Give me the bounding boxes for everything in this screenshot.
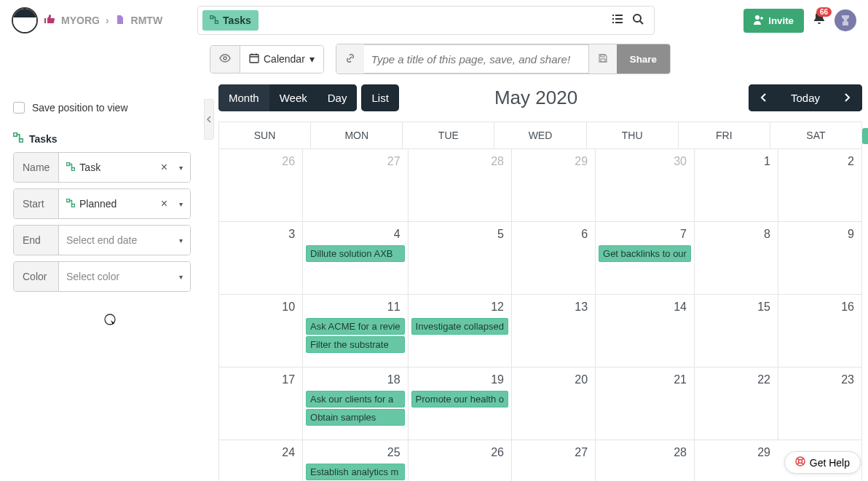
- breadcrumb-project[interactable]: RMTW: [131, 15, 163, 26]
- field-end[interactable]: End Select end date ▾: [13, 225, 191, 255]
- link-icon: [345, 53, 355, 65]
- calendar-cell[interactable]: 13: [511, 295, 595, 367]
- calendar-cell[interactable]: 4Dillute solution AXB: [302, 222, 408, 295]
- tab-day[interactable]: Day: [317, 84, 358, 111]
- calendar-cell[interactable]: 25Establish analytics m: [302, 440, 408, 481]
- calendar-cell[interactable]: 5: [408, 222, 511, 295]
- svg-line-28: [797, 463, 799, 465]
- calendar-cell[interactable]: 15: [694, 295, 778, 367]
- calendar-cell[interactable]: 19Promote our health o: [408, 367, 511, 440]
- calendar-cell[interactable]: 22: [694, 367, 778, 440]
- calendar-date: 16: [781, 298, 859, 317]
- checkbox-icon: [13, 102, 25, 114]
- list-view-icon[interactable]: [612, 13, 623, 28]
- calendar-cell[interactable]: 23: [778, 367, 861, 440]
- calendar-event[interactable]: Filter the substrate: [306, 336, 405, 353]
- caret-down-icon[interactable]: ▾: [176, 236, 183, 245]
- calendar-date: 15: [698, 298, 775, 317]
- calendar-cell[interactable]: 30: [595, 149, 694, 222]
- notifications[interactable]: 66: [811, 10, 827, 31]
- calendar-cell[interactable]: 7Get backlinks to our: [595, 222, 694, 295]
- calendar-event[interactable]: Obtain samples: [306, 409, 405, 426]
- calendar-cell[interactable]: 29: [511, 149, 595, 222]
- clear-icon[interactable]: ×: [157, 197, 172, 210]
- save-position-checkbox[interactable]: Save position to view: [13, 102, 191, 114]
- calendar-cell[interactable]: 14: [595, 295, 694, 367]
- svg-rect-12: [250, 55, 259, 63]
- thumbs-up-icon: [44, 13, 55, 28]
- save-button[interactable]: [589, 44, 617, 73]
- calendar-date: 19: [411, 370, 508, 389]
- sidebar-section-title: Tasks: [13, 132, 191, 145]
- share-button[interactable]: Share: [617, 44, 670, 73]
- sidebar-collapse[interactable]: [204, 99, 214, 140]
- field-start[interactable]: Start Planned × ▾: [13, 188, 191, 219]
- link-button[interactable]: [336, 44, 364, 73]
- calendar-cell[interactable]: 1: [694, 149, 778, 222]
- calendar-cell[interactable]: 18Ask our clients for aObtain samples: [302, 367, 408, 440]
- pipeline-icon: [66, 162, 75, 173]
- calendar-cell[interactable]: 2: [778, 149, 861, 222]
- app-avatar[interactable]: [12, 7, 38, 33]
- calendar-event[interactable]: Ask our clients for a: [306, 391, 405, 408]
- field-name[interactable]: Name Task × ▾: [13, 152, 191, 183]
- field-color[interactable]: Color Select color ▾: [13, 261, 191, 292]
- calendar-date: 12: [411, 298, 508, 317]
- calendar-date: 28: [411, 152, 508, 171]
- pipeline-icon: [66, 199, 75, 210]
- calendar-cell[interactable]: 10: [218, 295, 302, 367]
- calendar-cell[interactable]: 27: [511, 440, 595, 481]
- cursor-icon: [103, 313, 118, 327]
- calendar-cell[interactable]: 16: [778, 295, 861, 367]
- breadcrumb-org[interactable]: MYORG: [61, 15, 100, 26]
- visibility-button[interactable]: [210, 46, 240, 73]
- calendar-cell[interactable]: 9: [778, 222, 861, 295]
- pipeline-icon: [210, 15, 218, 26]
- page-title-input[interactable]: [364, 44, 589, 73]
- calendar-event[interactable]: Ask ACME for a revie: [306, 318, 405, 335]
- search-icon[interactable]: [632, 13, 644, 28]
- user-avatar[interactable]: [835, 9, 856, 31]
- caret-down-icon[interactable]: ▾: [176, 200, 183, 208]
- calendar-event[interactable]: Dillute solution AXB: [306, 245, 405, 262]
- file-icon: [115, 15, 125, 27]
- calendar-cell[interactable]: 21: [595, 367, 694, 440]
- calendar-date: 11: [306, 298, 405, 317]
- calendar-cell[interactable]: 17: [218, 367, 302, 440]
- calendar-event[interactable]: Establish analytics m: [306, 464, 405, 480]
- view-tabs: Month Week Day: [218, 84, 357, 111]
- today-button[interactable]: Today: [779, 84, 832, 111]
- side-tab[interactable]: [862, 128, 868, 144]
- tab-week[interactable]: Week: [269, 84, 317, 111]
- tab-month[interactable]: Month: [218, 84, 269, 111]
- get-help-button[interactable]: Get Help: [784, 451, 861, 474]
- calendar-cell[interactable]: 8: [694, 222, 778, 295]
- calendar-cell[interactable]: 26: [218, 149, 302, 222]
- calendar-cell[interactable]: 12Investigate collapsed: [408, 295, 511, 367]
- calendar-event[interactable]: Promote our health o: [411, 391, 508, 408]
- caret-down-icon[interactable]: ▾: [176, 164, 183, 172]
- next-button[interactable]: [832, 84, 862, 111]
- calendar-cell[interactable]: 11Ask ACME for a revieFilter the substra…: [302, 295, 408, 367]
- calendar-cell[interactable]: 27: [302, 149, 408, 222]
- calendar-event[interactable]: Get backlinks to our: [599, 245, 691, 262]
- search-bar[interactable]: Tasks: [197, 6, 655, 35]
- calendar-cell[interactable]: 20: [511, 367, 595, 440]
- calendar-date: 27: [306, 152, 405, 171]
- clear-icon[interactable]: ×: [157, 161, 172, 174]
- calendar-cell[interactable]: 26: [408, 440, 511, 481]
- prev-button[interactable]: [749, 84, 779, 111]
- calendar-dropdown[interactable]: Calendar ▾: [240, 46, 323, 73]
- tasks-chip[interactable]: Tasks: [202, 10, 259, 31]
- calendar-cell[interactable]: 24: [218, 440, 302, 481]
- calendar-cell[interactable]: 6: [511, 222, 595, 295]
- calendar-cell[interactable]: 29: [694, 440, 778, 481]
- calendar-cell[interactable]: 3: [218, 222, 302, 295]
- calendar-event[interactable]: Investigate collapsed: [411, 318, 508, 335]
- chevron-right-icon: ›: [106, 15, 109, 26]
- tab-list[interactable]: List: [361, 84, 398, 111]
- calendar-cell[interactable]: 28: [595, 440, 694, 481]
- invite-button[interactable]: Invite: [743, 9, 804, 33]
- caret-down-icon[interactable]: ▾: [176, 273, 183, 281]
- calendar-cell[interactable]: 28: [408, 149, 511, 222]
